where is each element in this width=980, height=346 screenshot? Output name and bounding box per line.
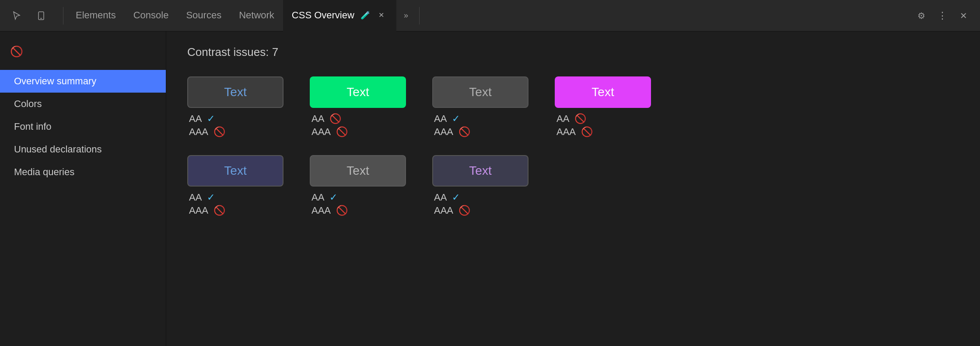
contrast-btn-4[interactable]: Text [555,76,651,108]
aa-label-3: AA [434,113,447,125]
aa-label-6: AA [312,192,324,203]
aa-rating-4: AA 🚫 [556,113,651,125]
tab-css-overview[interactable]: CSS Overview 🧪 ✕ [283,0,396,31]
mobile-icon[interactable] [32,6,51,25]
tab-bar-right: ⚙ ⋮ ✕ [912,6,973,25]
contrast-btn-6[interactable]: Text [310,155,406,187]
content-area: Contrast issues: 7 Text AA ✓ [166,31,980,346]
cursor-icon[interactable] [7,6,26,25]
aa-rating-3: AA ✓ [434,113,528,125]
sidebar-item-media-queries[interactable]: Media queries [0,161,166,183]
aa-fail-icon-4: 🚫 [574,113,586,125]
contrast-grid: Text AA ✓ AAA 🚫 [187,76,959,216]
contrast-ratings-1: AA ✓ AAA 🚫 [187,113,284,138]
sidebar-item-overview-summary[interactable]: Overview summary [0,70,166,93]
tab-bar-left [7,6,51,25]
aa-pass-icon-1: ✓ [207,113,215,125]
contrast-ratings-3: AA ✓ AAA 🚫 [432,113,528,138]
aaa-rating-7: AAA 🚫 [434,205,528,216]
aaa-rating-3: AAA 🚫 [434,126,528,138]
contrast-ratings-6: AA ✓ AAA 🚫 [310,192,406,216]
contrast-row-1: Text AA ✓ AAA 🚫 [187,76,959,138]
aaa-fail-icon-5: 🚫 [214,205,225,216]
aa-rating-2: AA 🚫 [312,113,406,125]
aaa-rating-1: AAA 🚫 [189,126,284,138]
contrast-item-6: Text AA ✓ AAA 🚫 [310,155,406,216]
aaa-label-6: AAA [312,205,331,216]
aa-label-1: AA [189,113,202,125]
aa-label-4: AA [556,113,569,125]
contrast-btn-7[interactable]: Text [432,155,528,187]
contrast-ratings-2: AA 🚫 AAA 🚫 [310,113,406,138]
aa-pass-icon-3: ✓ [452,113,460,125]
aaa-label-2: AAA [312,126,331,138]
aaa-label-4: AAA [556,126,576,138]
aa-fail-icon-2: 🚫 [329,113,341,125]
aaa-label-7: AAA [434,205,453,216]
aaa-fail-icon-2: 🚫 [336,126,348,138]
aaa-fail-icon-7: 🚫 [458,205,470,216]
aaa-rating-4: AAA 🚫 [556,126,651,138]
tab-console[interactable]: Console [125,0,178,31]
sidebar-item-unused-declarations[interactable]: Unused declarations [0,138,166,161]
flask-icon: 🧪 [360,10,370,20]
aaa-fail-icon-4: 🚫 [581,126,593,138]
tab-css-overview-label: CSS Overview [292,10,354,21]
contrast-btn-1[interactable]: Text [187,76,284,108]
contrast-ratings-7: AA ✓ AAA 🚫 [432,192,528,216]
aaa-fail-icon-1: 🚫 [214,126,225,138]
aa-label-7: AA [434,192,447,203]
contrast-btn-3[interactable]: Text [432,76,528,108]
aa-pass-icon-5: ✓ [207,192,215,203]
contrast-item-4: Text AA 🚫 AAA 🚫 [555,76,651,138]
contrast-item-3: Text AA ✓ AAA 🚫 [432,76,528,138]
aa-label-2: AA [312,113,324,125]
sidebar-item-font-info[interactable]: Font info [0,115,166,138]
aaa-fail-icon-3: 🚫 [458,126,470,138]
tab-sources[interactable]: Sources [177,0,230,31]
settings-icon[interactable]: ⚙ [912,6,931,25]
aa-rating-6: AA ✓ [312,192,406,203]
devtools-window: Elements Console Sources Network CSS Ove… [0,0,980,346]
aa-pass-icon-7: ✓ [452,192,460,203]
aaa-rating-2: AAA 🚫 [312,126,406,138]
contrast-ratings-4: AA 🚫 AAA 🚫 [555,113,651,138]
contrast-item-2: Text AA 🚫 AAA 🚫 [310,76,406,138]
main-area: 🚫 Overview summary Colors Font info Unus… [0,31,980,346]
close-devtools-icon[interactable]: ✕ [954,6,973,25]
more-options-icon[interactable]: ⋮ [933,6,952,25]
contrast-title: Contrast issues: 7 [187,45,959,59]
aa-rating-7: AA ✓ [434,192,528,203]
aaa-label-1: AAA [189,126,208,138]
contrast-item-5: Text AA ✓ AAA 🚫 [187,155,284,216]
tab-elements[interactable]: Elements [67,0,125,31]
contrast-ratings-5: AA ✓ AAA 🚫 [187,192,284,216]
aaa-label-3: AAA [434,126,453,138]
contrast-item-7: Text AA ✓ AAA 🚫 [432,155,528,216]
aa-label-5: AA [189,192,202,203]
tab-bar: Elements Console Sources Network CSS Ove… [0,0,980,31]
no-icon: 🚫 [5,40,28,63]
contrast-btn-5[interactable]: Text [187,155,284,187]
aa-pass-icon-6: ✓ [329,192,337,203]
aa-rating-5: AA ✓ [189,192,284,203]
aa-rating-1: AA ✓ [189,113,284,125]
tab-network[interactable]: Network [230,0,283,31]
contrast-row-2: Text AA ✓ AAA 🚫 [187,155,959,216]
tab-divider-left [63,7,63,24]
contrast-item-1: Text AA ✓ AAA 🚫 [187,76,284,138]
aaa-label-5: AAA [189,205,208,216]
aaa-rating-6: AAA 🚫 [312,205,406,216]
aaa-fail-icon-6: 🚫 [336,205,348,216]
tab-divider-right [419,7,420,24]
aaa-rating-5: AAA 🚫 [189,205,284,216]
tab-more-icon[interactable]: » [396,6,416,25]
contrast-btn-2[interactable]: Text [310,76,406,108]
sidebar-item-colors[interactable]: Colors [0,93,166,115]
sidebar: 🚫 Overview summary Colors Font info Unus… [0,31,166,346]
tab-close-icon[interactable]: ✕ [375,9,388,21]
